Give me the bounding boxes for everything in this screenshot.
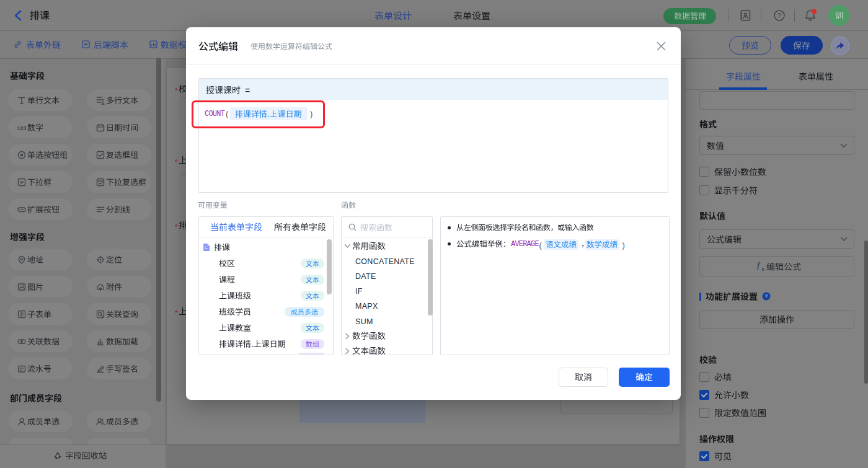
svg-text:?: ?: [764, 293, 768, 299]
svg-text:123: 123: [17, 125, 26, 131]
svg-text:?: ?: [777, 12, 781, 19]
